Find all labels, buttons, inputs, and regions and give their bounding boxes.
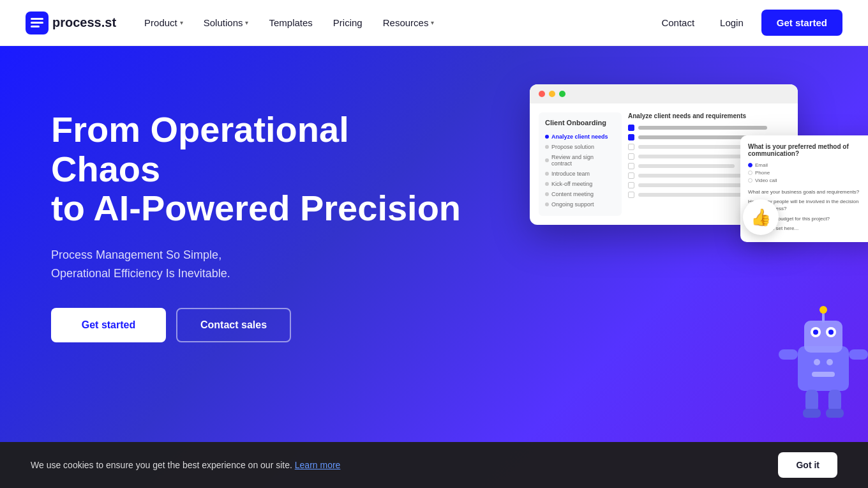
hero-section: From Operational Chaos to AI-Powered Pre… bbox=[0, 46, 868, 488]
navbar: process.st Product ▾ Solutions ▾ Templat… bbox=[0, 0, 868, 46]
nav-left: process.st Product ▾ Solutions ▾ Templat… bbox=[26, 11, 442, 34]
sidebar-item: Content meeting bbox=[545, 189, 615, 199]
svg-point-9 bbox=[828, 330, 834, 335]
fc-option-phone: Phone bbox=[748, 170, 868, 176]
radio-email bbox=[748, 163, 752, 167]
svg-rect-5 bbox=[804, 321, 842, 353]
checkbox bbox=[628, 192, 634, 198]
login-link[interactable]: Login bbox=[712, 12, 751, 33]
mockup-main-header: Analyze client needs and requirements bbox=[628, 112, 789, 119]
hero-illustration: Client Onboarding Analyze client needs P… bbox=[511, 84, 868, 404]
sidebar-item: Ongoing support bbox=[545, 199, 615, 210]
checkbox bbox=[628, 125, 634, 131]
cookie-banner: We use cookies to ensure you get the bes… bbox=[0, 442, 868, 488]
svg-rect-1 bbox=[31, 18, 43, 20]
hero-contact-sales-button[interactable]: Contact sales bbox=[176, 308, 291, 342]
nav-templates[interactable]: Templates bbox=[261, 12, 320, 33]
svg-rect-12 bbox=[779, 349, 798, 360]
cookie-learn-more-link[interactable]: Learn more bbox=[295, 460, 341, 470]
radio-phone bbox=[748, 171, 752, 175]
mockup-sidebar-title: Client Onboarding bbox=[545, 119, 615, 126]
nav-get-started-button[interactable]: Get started bbox=[761, 10, 842, 36]
chevron-down-icon: ▾ bbox=[180, 19, 183, 26]
svg-rect-4 bbox=[798, 346, 849, 391]
radio-video bbox=[748, 178, 752, 183]
svg-rect-15 bbox=[828, 390, 841, 412]
checkbox bbox=[628, 153, 634, 160]
dot-red bbox=[539, 91, 545, 97]
svg-point-8 bbox=[813, 330, 818, 335]
checkbox bbox=[628, 134, 634, 141]
logo[interactable]: process.st bbox=[26, 11, 116, 34]
svg-rect-17 bbox=[826, 409, 844, 418]
thumbs-up-icon: 👍 bbox=[751, 208, 771, 227]
svg-rect-13 bbox=[849, 349, 868, 360]
hero-buttons: Get started Contact sales bbox=[51, 308, 466, 342]
dot-yellow bbox=[549, 91, 555, 97]
mockup-sidebar: Client Onboarding Analyze client needs P… bbox=[539, 112, 622, 216]
sidebar-item: Analyze client needs bbox=[545, 132, 615, 142]
sidebar-dot bbox=[545, 202, 549, 206]
fc-option-email: Email bbox=[748, 162, 868, 168]
nav-links: Product ▾ Solutions ▾ Templates Pricing … bbox=[137, 12, 442, 33]
checkbox bbox=[628, 144, 634, 150]
cookie-got-it-button[interactable]: Got it bbox=[778, 452, 837, 478]
thumbs-up-bubble: 👍 bbox=[743, 199, 779, 235]
svg-rect-14 bbox=[805, 390, 818, 412]
mockup-row bbox=[628, 125, 789, 131]
cookie-text: We use cookies to ensure you get the bes… bbox=[31, 460, 768, 470]
line bbox=[638, 183, 743, 187]
svg-rect-3 bbox=[31, 26, 40, 27]
svg-point-19 bbox=[827, 359, 833, 365]
chevron-down-icon: ▾ bbox=[431, 19, 434, 26]
svg-point-18 bbox=[814, 359, 820, 365]
hero-title: From Operational Chaos to AI-Powered Pre… bbox=[51, 110, 466, 228]
sidebar-item: Kick-off meeting bbox=[545, 179, 615, 189]
hero-subtitle: Process Management So Simple, Operationa… bbox=[51, 246, 466, 283]
sidebar-dot bbox=[545, 182, 549, 186]
nav-pricing[interactable]: Pricing bbox=[326, 12, 370, 33]
floating-card-title: What is your preferred method of communi… bbox=[748, 143, 868, 157]
hero-get-started-button[interactable]: Get started bbox=[51, 308, 166, 342]
svg-point-11 bbox=[819, 306, 827, 314]
nav-product[interactable]: Product ▾ bbox=[137, 12, 191, 33]
sidebar-item: Propose solution bbox=[545, 142, 615, 152]
sidebar-dot bbox=[545, 135, 549, 139]
nav-solutions[interactable]: Solutions ▾ bbox=[196, 12, 257, 33]
svg-rect-20 bbox=[812, 372, 835, 377]
logo-text: process.st bbox=[52, 15, 116, 30]
fc-option-video: Video call bbox=[748, 178, 868, 183]
svg-rect-2 bbox=[31, 22, 43, 24]
nav-right: Contact Login Get started bbox=[654, 10, 842, 36]
checkbox bbox=[628, 163, 634, 169]
sidebar-dot bbox=[545, 192, 549, 196]
robot-illustration bbox=[772, 289, 868, 416]
hero-content: From Operational Chaos to AI-Powered Pre… bbox=[51, 97, 466, 342]
contact-link[interactable]: Contact bbox=[654, 12, 702, 33]
sidebar-dot bbox=[545, 158, 549, 162]
line bbox=[638, 126, 767, 130]
nav-resources[interactable]: Resources ▾ bbox=[375, 12, 442, 33]
dot-green bbox=[559, 91, 565, 97]
checkbox bbox=[628, 172, 634, 179]
sidebar-dot bbox=[545, 145, 549, 149]
checkbox bbox=[628, 182, 634, 188]
sidebar-item: Review and sign contract bbox=[545, 152, 615, 169]
line bbox=[638, 135, 751, 139]
mockup-titlebar bbox=[530, 84, 798, 103]
chevron-down-icon: ▾ bbox=[245, 19, 248, 26]
line bbox=[638, 164, 735, 168]
sidebar-item: Introduce team bbox=[545, 169, 615, 179]
svg-rect-16 bbox=[803, 409, 821, 418]
sidebar-dot bbox=[545, 172, 549, 176]
